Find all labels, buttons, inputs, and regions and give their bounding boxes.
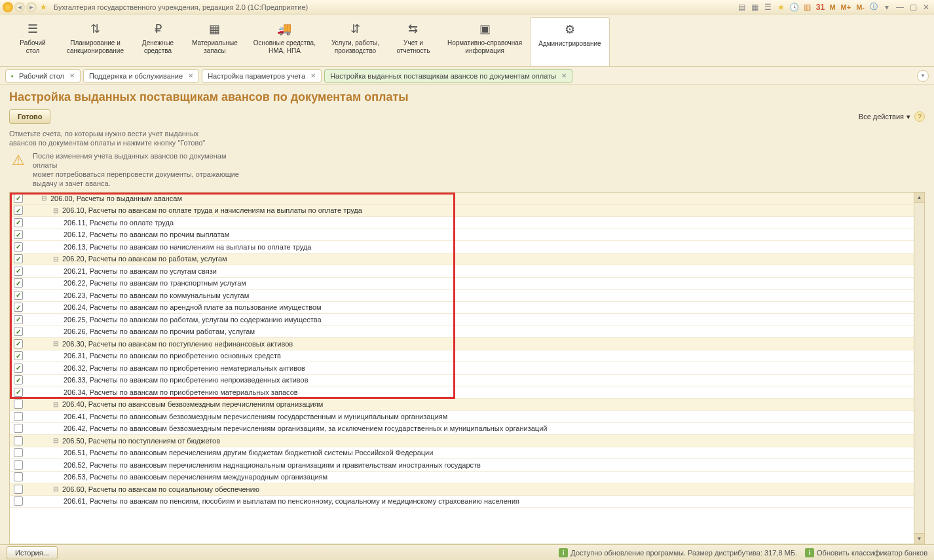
history-button[interactable]: История... <box>7 546 58 559</box>
nav-item-3[interactable]: ▦ Материальныезапасы <box>184 17 246 66</box>
checkbox[interactable] <box>14 315 23 324</box>
checkbox[interactable] <box>14 460 23 470</box>
tb-icon-2[interactable]: ▦ <box>749 2 760 12</box>
tree-body[interactable]: ⊟ 206.00, Расчеты по выданным авансам ⊟ … <box>10 193 914 544</box>
tab-2[interactable]: Настройка параметров учета ✕ <box>202 69 322 83</box>
tree-row[interactable]: 206.34, Расчеты по авансам по приобретен… <box>10 386 914 399</box>
help-icon[interactable]: ? <box>914 111 925 122</box>
tree-row[interactable]: ⊟ 206.60, Расчеты по авансам по социальн… <box>10 483 914 496</box>
checkbox[interactable] <box>14 485 23 494</box>
checkbox[interactable] <box>14 218 23 227</box>
checkbox[interactable] <box>14 278 23 288</box>
tree-row[interactable]: ⊟ 206.40, Расчеты по авансовым безвозмез… <box>10 399 914 411</box>
tree-row[interactable]: 206.52, Расчеты по авансовым перечислени… <box>10 459 914 472</box>
checkbox[interactable] <box>14 375 23 384</box>
tab-3[interactable]: Настройка выданных поставщикам авансов п… <box>324 69 572 83</box>
toggle-icon[interactable]: ⊟ <box>52 400 60 408</box>
nav-item-2[interactable]: ₽ Денежныесредства <box>132 17 184 66</box>
favorite-icon[interactable]: ★ <box>775 2 786 12</box>
checkbox[interactable] <box>14 242 23 252</box>
toggle-icon[interactable]: ⊟ <box>40 195 48 202</box>
checkbox[interactable] <box>14 436 23 445</box>
toggle-icon[interactable]: ⊟ <box>52 485 60 493</box>
checkbox[interactable] <box>14 206 23 215</box>
dropdown-icon[interactable]: ▾ <box>882 2 892 12</box>
nav-item-0[interactable]: ☰ Рабочийстол <box>7 17 59 66</box>
checkbox[interactable] <box>14 230 23 239</box>
tree-row[interactable]: 206.42, Расчеты по авансовым безвозмездн… <box>10 423 914 436</box>
calc-icon[interactable]: ▥ <box>802 2 812 12</box>
nav-item-8[interactable]: ⚙ Администрирование <box>530 17 609 66</box>
tab-close-icon[interactable]: ✕ <box>188 72 193 79</box>
tree-row[interactable]: 206.25, Расчеты по авансам по работам, у… <box>10 314 914 326</box>
mplus-button[interactable]: M+ <box>840 3 853 11</box>
checkbox[interactable] <box>14 472 23 481</box>
forward-icon[interactable]: ► <box>26 2 37 12</box>
scroll-down-icon[interactable]: ▼ <box>914 533 924 544</box>
clock-icon[interactable]: 🕓 <box>789 2 799 12</box>
checkbox[interactable] <box>14 448 23 457</box>
mminus-button[interactable]: M- <box>855 3 866 11</box>
nav-item-4[interactable]: 🚚 Основные средства,НМА, НПА <box>246 17 324 66</box>
checkbox[interactable] <box>14 496 23 506</box>
tree-row[interactable]: ⊟ 206.50, Расчеты по поступлениям от бюд… <box>10 435 914 447</box>
toggle-icon[interactable]: ⊟ <box>52 340 60 348</box>
nav-item-6[interactable]: ⇆ Учет иотчетность <box>387 17 439 66</box>
tree-row[interactable]: 206.31, Расчеты по авансам по приобретен… <box>10 350 914 363</box>
tree-row[interactable]: ⊟ 206.30, Расчеты по авансам по поступле… <box>10 338 914 350</box>
scrollbar[interactable]: ▲ ▼ <box>914 193 924 544</box>
checkbox[interactable] <box>14 267 23 276</box>
checkbox[interactable] <box>14 303 23 312</box>
tree-row[interactable]: 206.26, Расчеты по авансам по прочим раб… <box>10 326 914 339</box>
tree-row[interactable]: 206.23, Расчеты по авансам по коммунальн… <box>10 289 914 302</box>
tab-close-icon[interactable]: ✕ <box>69 72 75 79</box>
tree-row[interactable]: 206.32, Расчеты по авансам по приобретен… <box>10 362 914 375</box>
tree-row[interactable]: 206.33, Расчеты по авансам по приобретен… <box>10 375 914 387</box>
star-icon[interactable]: ★ <box>38 2 48 12</box>
calendar-icon[interactable]: 31 <box>815 2 825 12</box>
checkbox[interactable] <box>14 412 23 421</box>
tree-row[interactable]: ⊟ 206.10, Расчеты по авансам по оплате т… <box>10 205 914 217</box>
tab-0[interactable]: ▪Рабочий стол ✕ <box>5 69 81 83</box>
toggle-icon[interactable]: ⊟ <box>52 206 60 214</box>
tree-row[interactable]: 206.53, Расчеты по авансовым перечислени… <box>10 472 914 484</box>
tree-row[interactable]: 206.51, Расчеты по авансовым перечислени… <box>10 447 914 460</box>
tree-row[interactable]: ⊟ 206.00, Расчеты по выданным авансам <box>10 193 914 205</box>
tree-row[interactable]: 206.61, Расчеты по авансам по пенсиям, п… <box>10 496 914 508</box>
tree-row[interactable]: 206.22, Расчеты по авансам по транспортн… <box>10 278 914 290</box>
tab-1[interactable]: Поддержка и обслуживание ✕ <box>83 69 199 83</box>
expand-icon[interactable]: ▼ <box>917 70 929 82</box>
checkbox[interactable] <box>14 339 23 348</box>
tb-icon-1[interactable]: ▤ <box>736 2 747 12</box>
checkbox[interactable] <box>14 194 23 203</box>
tree-row[interactable]: 206.41, Расчеты по авансовым безвозмездн… <box>10 411 914 423</box>
toggle-icon[interactable]: ⊟ <box>52 255 60 263</box>
tree-row[interactable]: 206.21, Расчеты по авансам по услугам св… <box>10 265 914 278</box>
ready-button[interactable]: Готово <box>9 109 50 124</box>
classifier-link[interactable]: i Обновить классификатор банков <box>805 548 927 557</box>
checkbox[interactable] <box>14 364 23 373</box>
scroll-up-icon[interactable]: ▲ <box>914 193 924 203</box>
update-link[interactable]: i Доступно обновление программы. Размер … <box>559 548 797 557</box>
toggle-icon[interactable]: ⊟ <box>52 437 60 445</box>
nav-item-7[interactable]: ▣ Нормативно-справочнаяинформация <box>439 17 530 66</box>
checkbox[interactable] <box>14 424 23 433</box>
checkbox[interactable] <box>14 291 23 300</box>
close-icon[interactable]: ✕ <box>921 2 931 12</box>
back-icon[interactable]: ◄ <box>14 2 25 12</box>
tb-icon-3[interactable]: ☰ <box>762 2 773 12</box>
tree-row[interactable]: 206.11, Расчеты по оплате труда <box>10 217 914 229</box>
nav-item-1[interactable]: ⇅ Планирование исанкционирование <box>59 17 132 66</box>
info-icon[interactable]: ⓘ <box>869 2 879 12</box>
all-actions-menu[interactable]: Все действия ▾ <box>859 113 910 121</box>
maximize-icon[interactable]: ▢ <box>908 2 918 12</box>
tree-row[interactable]: 206.13, Расчеты по авансам по начисления… <box>10 241 914 253</box>
tree-row[interactable]: 206.24, Расчеты по авансам по арендной п… <box>10 302 914 314</box>
checkbox[interactable] <box>14 351 23 360</box>
tab-close-icon[interactable]: ✕ <box>310 72 316 79</box>
checkbox[interactable] <box>14 327 23 336</box>
checkbox[interactable] <box>14 400 23 409</box>
tree-row[interactable]: ⊟ 206.20, Расчеты по авансам по работам,… <box>10 253 914 266</box>
minimize-icon[interactable]: — <box>895 2 905 12</box>
checkbox[interactable] <box>14 254 23 263</box>
